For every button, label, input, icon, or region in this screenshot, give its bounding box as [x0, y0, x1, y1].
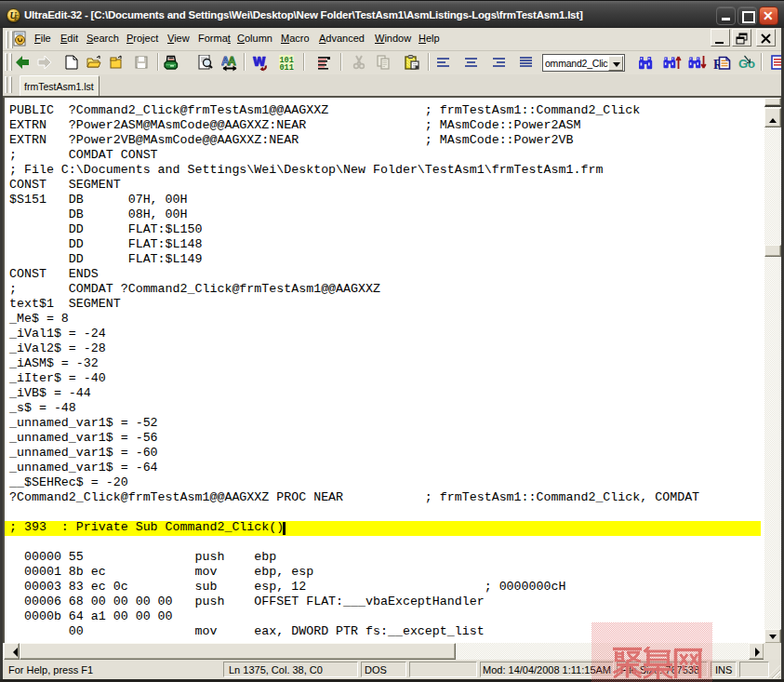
svg-text:A: A: [228, 55, 236, 68]
svg-text:011: 011: [280, 63, 294, 71]
